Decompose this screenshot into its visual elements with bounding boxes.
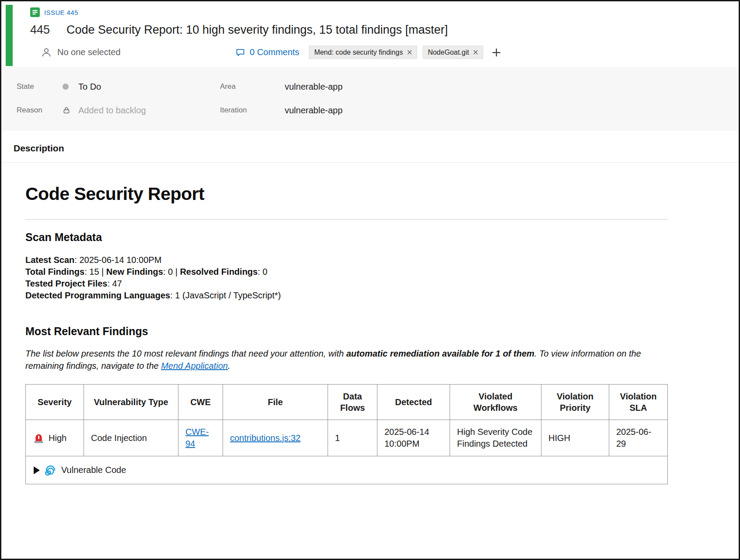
tag-nodegoat[interactable]: NodeGoat.git	[422, 46, 483, 59]
findings-intro: The list below presents the 10 most rele…	[25, 347, 667, 372]
col-violation-priority: Violation Priority	[541, 385, 609, 420]
plus-icon	[491, 47, 502, 58]
severity-cell: High	[26, 420, 84, 456]
iteration-value[interactable]: vulnerable-app	[285, 105, 342, 116]
issue-icon	[30, 7, 40, 17]
col-detected: Detected	[377, 385, 450, 420]
scan-label: Latest Scan	[25, 255, 74, 265]
scan-line-totals: Total Findings: 15 | New Findings: 0 | R…	[25, 266, 692, 278]
comment-icon	[235, 47, 245, 57]
reason-label: Reason	[17, 106, 63, 115]
col-data-flows: Data Flows	[328, 385, 377, 420]
tag-list: Mend: code security findings NodeGoat.gi…	[309, 46, 502, 59]
work-item-header: ISSUE 445 445 Code Security Report: 10 h…	[1, 1, 739, 67]
state-dot-icon	[63, 84, 78, 90]
scan-label: Detected Programming Languages	[25, 290, 170, 300]
area-label: Area	[220, 82, 285, 91]
tag-label: Mend: code security findings	[314, 49, 403, 56]
assignee-picker[interactable]: No one selected	[41, 47, 235, 58]
scan-line-latest: Latest Scan: 2025-06-14 10:00PM	[25, 254, 692, 266]
area-field: Area vulnerable-app	[220, 77, 739, 96]
col-file: File	[223, 385, 328, 420]
person-icon	[41, 47, 52, 58]
vulnerable-code-expander[interactable]: Vulnerable Code	[34, 464, 660, 476]
area-value[interactable]: vulnerable-app	[285, 82, 342, 92]
file-link[interactable]: contributions.js:32	[230, 433, 300, 443]
scan-value: : 0 |	[163, 267, 180, 276]
expander-row: Vulnerable Code	[26, 456, 668, 484]
work-item-title[interactable]: Code Security Report: 10 high severity f…	[66, 23, 448, 37]
tag-label: NodeGoat.git	[428, 49, 469, 56]
reason-field: Reason Added to backlog	[17, 101, 220, 119]
comments-label: 0 Comments	[250, 47, 299, 57]
cyclone-icon	[45, 465, 56, 476]
triangle-right-icon	[34, 466, 40, 474]
severity-value: High	[49, 432, 66, 444]
intro-text: The list below presents the 10 most rele…	[25, 349, 346, 358]
divider	[25, 219, 667, 220]
scan-label: Total Findings	[25, 267, 84, 276]
intro-text: .	[228, 361, 230, 371]
col-vulnerability-type: Vulnerability Type	[84, 385, 178, 420]
work-item-window: ISSUE 445 445 Code Security Report: 10 h…	[0, 0, 740, 560]
issue-type-color-bar	[6, 5, 13, 66]
state-field: State To Do	[17, 77, 220, 96]
data-flows-cell: 1	[328, 420, 377, 456]
iteration-field: Iteration vulnerable-app	[220, 101, 739, 119]
description-section-heading: Description	[1, 131, 739, 163]
description-body: Code Security Report Scan Metadata Lates…	[1, 163, 692, 484]
scan-label: Tested Project Files	[25, 279, 107, 288]
assignee-label: No one selected	[57, 47, 121, 57]
scan-value: : 47	[107, 279, 122, 288]
work-item-id: 445	[30, 23, 50, 37]
scan-metadata-block: Latest Scan: 2025-06-14 10:00PM Total Fi…	[25, 254, 692, 301]
scan-line-languages: Detected Programming Languages: 1 (JavaS…	[25, 290, 692, 301]
issue-type-label: ISSUE 445	[44, 9, 78, 16]
siren-icon	[33, 432, 45, 444]
table-header-row: Severity Vulnerability Type CWE File Dat…	[26, 385, 668, 420]
col-violation-sla: Violation SLA	[609, 385, 668, 420]
comments-link[interactable]: 0 Comments	[235, 47, 299, 57]
file-cell: contributions.js:32	[223, 420, 328, 456]
fields-strip: State To Do Reason Added to backlog Area…	[1, 67, 739, 131]
state-value[interactable]: To Do	[78, 82, 101, 92]
finding-row: High Code Injection CWE-94 contributions…	[26, 420, 668, 456]
scan-metadata-heading: Scan Metadata	[25, 231, 692, 244]
violated-workflows-cell: High Severity Code Findings Detected	[450, 420, 541, 456]
close-icon[interactable]	[473, 50, 478, 55]
scan-value: : 0	[258, 267, 267, 276]
vulnerable-code-label: Vulnerable Code	[61, 464, 126, 476]
tag-mend[interactable]: Mend: code security findings	[309, 46, 417, 59]
vulnerability-type-cell: Code Injection	[84, 420, 178, 456]
scan-value: : 1 (JavaScript / TypeScript*)	[170, 290, 281, 300]
report-title: Code Security Report	[25, 184, 692, 204]
violation-priority-cell: HIGH	[541, 420, 609, 456]
scan-value: : 15 |	[84, 267, 106, 276]
reason-value: Added to backlog	[78, 105, 146, 116]
scan-label: Resolved Findings	[180, 267, 258, 276]
findings-heading: Most Relevant Findings	[25, 325, 692, 338]
detected-cell: 2025-06-14 10:00PM	[377, 420, 450, 456]
col-cwe: CWE	[178, 385, 223, 420]
cwe-cell: CWE-94	[178, 420, 223, 456]
mend-application-link[interactable]: Mend Application	[161, 361, 228, 371]
lock-icon	[63, 106, 78, 114]
intro-bold-text: automatic remediation available for 1 of…	[346, 349, 534, 358]
col-severity: Severity	[26, 385, 84, 420]
findings-table: Severity Vulnerability Type CWE File Dat…	[25, 384, 668, 484]
violation-sla-cell: 2025-06-29	[609, 420, 668, 456]
scan-label: New Findings	[106, 267, 163, 276]
add-tag-button[interactable]	[491, 47, 502, 58]
col-violated-workflows: Violated Workflows	[450, 385, 541, 420]
scan-line-files: Tested Project Files: 47	[25, 278, 692, 290]
iteration-label: Iteration	[220, 106, 285, 115]
vulnerable-code-expander-cell: Vulnerable Code	[26, 456, 668, 484]
scan-value: : 2025-06-14 10:00PM	[74, 255, 161, 265]
close-icon[interactable]	[407, 50, 412, 55]
cwe-link[interactable]: CWE-94	[185, 427, 209, 448]
state-label: State	[17, 82, 63, 91]
